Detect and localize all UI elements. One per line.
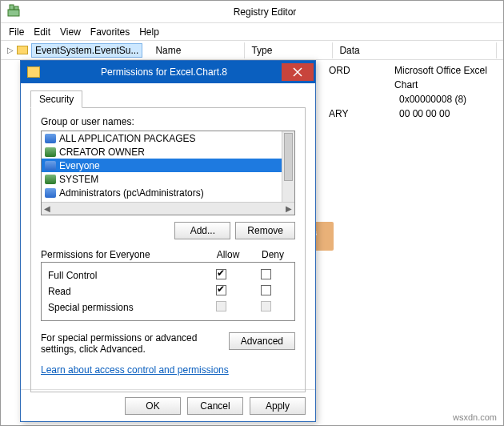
- column-header-data[interactable]: Data: [333, 42, 497, 58]
- groups-label: Group or user names:: [41, 116, 295, 127]
- close-icon: [293, 67, 302, 77]
- learn-link[interactable]: Learn about access control and permissio…: [41, 364, 229, 376]
- horizontal-scrollbar[interactable]: ◀▶: [42, 202, 294, 215]
- advanced-text: For special permissions or advanced sett…: [41, 332, 221, 355]
- groups-listbox[interactable]: ALL APPLICATION PACKAGES CREATOR OWNER E…: [41, 131, 295, 215]
- value-type: ORD: [329, 63, 380, 92]
- value-data: 00 00 00 00: [399, 106, 450, 121]
- advanced-button[interactable]: Advanced: [229, 332, 295, 350]
- folder-icon: [17, 46, 28, 54]
- permissions-header: Permissions for Everyone: [41, 249, 206, 260]
- source-url: wsxdn.com: [453, 412, 497, 422]
- user-icon: [45, 175, 56, 184]
- perm-name: Full Control: [48, 270, 198, 281]
- regedit-icon: [7, 4, 20, 19]
- tree-row: ▷ EventSystem.EventSu... Name Type Data: [1, 41, 503, 60]
- list-item: Administrators (pc\Administrators): [42, 186, 294, 199]
- tree-selected-key[interactable]: EventSystem.EventSu...: [31, 43, 142, 58]
- value-data: 0x00000008 (8): [399, 92, 466, 106]
- perm-row: Read: [48, 283, 288, 299]
- deny-header: Deny: [250, 249, 295, 260]
- allow-checkbox-disabled: [216, 301, 226, 311]
- deny-checkbox[interactable]: [261, 285, 271, 295]
- tree-expand-icon[interactable]: ▷: [7, 46, 14, 54]
- perm-row: Special permissions: [48, 299, 288, 315]
- dialog-footer: OK Cancel Apply: [21, 389, 315, 421]
- folder-icon: [27, 66, 40, 78]
- allow-checkbox[interactable]: [216, 285, 226, 295]
- deny-checkbox-disabled: [261, 301, 271, 311]
- value-type: ARY: [329, 106, 385, 121]
- list-item: SYSTEM: [42, 172, 294, 186]
- vertical-scrollbar[interactable]: [282, 131, 294, 202]
- menu-help[interactable]: Help: [139, 26, 159, 38]
- menu-edit[interactable]: Edit: [34, 26, 50, 38]
- scroll-left-icon[interactable]: ◀: [44, 204, 50, 213]
- window-title: Registry Editor: [26, 6, 503, 18]
- titlebar: Registry Editor: [1, 1, 503, 23]
- menu-favorites[interactable]: Favorites: [90, 26, 130, 38]
- dialog-titlebar[interactable]: Permissions for Excel.Chart.8: [21, 61, 315, 83]
- list-item: CREATOR OWNER: [42, 145, 294, 159]
- security-tab-panel: Group or user names: ALL APPLICATION PAC…: [30, 107, 306, 392]
- tab-security[interactable]: Security: [30, 90, 82, 108]
- column-header-type[interactable]: Type: [245, 42, 333, 58]
- menu-file[interactable]: File: [9, 26, 24, 38]
- value-data: Microsoft Office Excel Chart: [394, 63, 503, 92]
- users-icon: [45, 134, 56, 143]
- permissions-dialog: Permissions for Excel.Chart.8 Security G…: [20, 60, 316, 422]
- dialog-title: Permissions for Excel.Chart.8: [46, 66, 282, 78]
- perm-name: Special permissions: [48, 302, 198, 313]
- svg-rect-0: [8, 10, 19, 16]
- ok-button[interactable]: OK: [125, 397, 181, 415]
- remove-button[interactable]: Remove: [235, 222, 295, 239]
- permissions-box: Full Control Read Special permissions: [41, 262, 295, 321]
- svg-rect-1: [10, 5, 14, 10]
- apply-button[interactable]: Apply: [250, 397, 306, 415]
- add-button[interactable]: Add...: [174, 222, 230, 239]
- registry-editor-window: Registry Editor File Edit View Favorites…: [0, 0, 504, 426]
- deny-checkbox[interactable]: [261, 269, 271, 279]
- perm-name: Read: [48, 286, 198, 297]
- users-icon: [45, 161, 56, 171]
- list-item: ALL APPLICATION PACKAGES: [42, 131, 294, 145]
- allow-header: Allow: [206, 249, 250, 260]
- svg-rect-2: [14, 6, 18, 10]
- users-icon: [45, 188, 56, 198]
- close-button[interactable]: [282, 63, 314, 81]
- scroll-right-icon[interactable]: ▶: [286, 204, 292, 213]
- list-item-selected: Everyone: [42, 159, 294, 172]
- column-header-name[interactable]: Name: [149, 42, 245, 58]
- value-type: [329, 92, 385, 106]
- user-icon: [45, 147, 56, 157]
- menubar: File Edit View Favorites Help: [1, 23, 503, 41]
- perm-row: Full Control: [48, 267, 288, 283]
- allow-checkbox[interactable]: [216, 269, 226, 279]
- scrollbar-thumb[interactable]: [284, 133, 293, 181]
- menu-view[interactable]: View: [60, 26, 81, 38]
- cancel-button[interactable]: Cancel: [187, 397, 243, 415]
